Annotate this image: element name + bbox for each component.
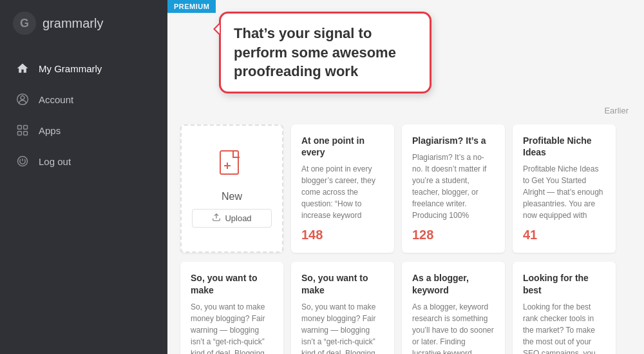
sidebar-item-my-grammarly[interactable]: My Grammarly [0, 53, 167, 84]
card-title: Looking for the best [523, 272, 605, 295]
card-blogger-keyword[interactable]: As a blogger, keyword As a blogger, keyw… [402, 262, 505, 354]
sidebar-item-label-account: Account [39, 94, 73, 105]
card-excerpt: So, you want to make money blogging? Fai… [301, 301, 384, 354]
logo-area: G grammarly [0, 0, 167, 46]
svg-point-1 [21, 96, 24, 100]
svg-rect-7 [220, 151, 238, 174]
sidebar-item-label-apps: Apps [39, 125, 61, 136]
card-title: Plagiarism? It’s a [412, 135, 495, 146]
sidebar-item-apps[interactable]: Apps [0, 115, 167, 146]
svg-rect-2 [18, 126, 22, 130]
new-label: New [222, 191, 242, 202]
svg-rect-3 [24, 126, 28, 130]
tooltip-text: That’s your signal to perform some aweso… [234, 24, 417, 81]
content-area: Earlier New [167, 99, 644, 354]
home-icon [15, 61, 30, 75]
new-upload-card[interactable]: New Upload [180, 124, 283, 253]
card-excerpt: Profitable Niche Ideas to Get You Starte… [523, 163, 605, 221]
upload-label: Upload [225, 213, 251, 223]
logo-text: grammarly [43, 16, 103, 31]
account-icon [15, 92, 30, 106]
sidebar-item-label-my-grammarly: My Grammarly [39, 63, 102, 74]
cards-row-2: So, you want to make So, you want to mak… [180, 262, 631, 354]
card-profitable-niche[interactable]: Profitable Niche Ideas Profitable Niche … [513, 124, 616, 253]
logout-icon [15, 154, 30, 168]
premium-bar: PREMIUM That’s your signal to perform so… [167, 0, 644, 22]
card-at-one-point[interactable]: At one point in every At one point in ev… [291, 124, 394, 253]
apps-icon [15, 123, 30, 137]
card-score: 41 [523, 228, 605, 242]
section-earlier-label: Earlier [604, 106, 631, 115]
svg-rect-5 [24, 132, 28, 135]
main-content: PREMIUM That’s your signal to perform so… [167, 0, 644, 354]
sidebar-item-logout[interactable]: Log out [0, 146, 167, 177]
sidebar: G grammarly My Grammarly Account [0, 0, 167, 354]
card-title: Profitable Niche Ideas [523, 135, 605, 158]
card-excerpt: Looking for the best rank checker tools … [523, 301, 605, 354]
svg-rect-4 [18, 132, 22, 135]
upload-button[interactable]: Upload [192, 209, 272, 228]
card-plagiarism[interactable]: Plagiarism? It’s a Plagiarism? It’s a no… [402, 124, 505, 253]
card-excerpt: So, you want to make money blogging? Fai… [191, 301, 273, 354]
card-excerpt: Plagiarism? It’s a no-no. It doesn’t mat… [412, 152, 495, 221]
premium-badge[interactable]: PREMIUM [167, 0, 216, 13]
tooltip-bubble: That’s your signal to perform some aweso… [219, 12, 431, 93]
sidebar-item-account[interactable]: Account [0, 84, 167, 115]
card-title: As a blogger, keyword [412, 272, 495, 295]
card-excerpt: At one point in every blogger’s career, … [301, 163, 384, 221]
card-title: At one point in every [301, 135, 384, 158]
card-want-make-2[interactable]: So, you want to make So, you want to mak… [291, 262, 394, 354]
cards-row-1: New Upload At one point in every At one … [180, 124, 631, 253]
sidebar-item-label-logout: Log out [39, 156, 71, 167]
card-want-make-1[interactable]: So, you want to make So, you want to mak… [180, 262, 283, 354]
card-excerpt: As a blogger, keyword research is someth… [412, 301, 495, 354]
section-label-row: Earlier [180, 106, 631, 121]
sidebar-nav: My Grammarly Account [0, 46, 167, 183]
card-score: 148 [301, 228, 384, 242]
new-file-icon [219, 150, 245, 184]
card-title: So, you want to make [191, 272, 273, 295]
upload-icon [212, 213, 221, 224]
card-score: 128 [412, 228, 495, 242]
card-title: So, you want to make [301, 272, 384, 295]
logo-icon: G [13, 12, 36, 35]
card-looking-best[interactable]: Looking for the best Looking for the bes… [513, 262, 616, 354]
